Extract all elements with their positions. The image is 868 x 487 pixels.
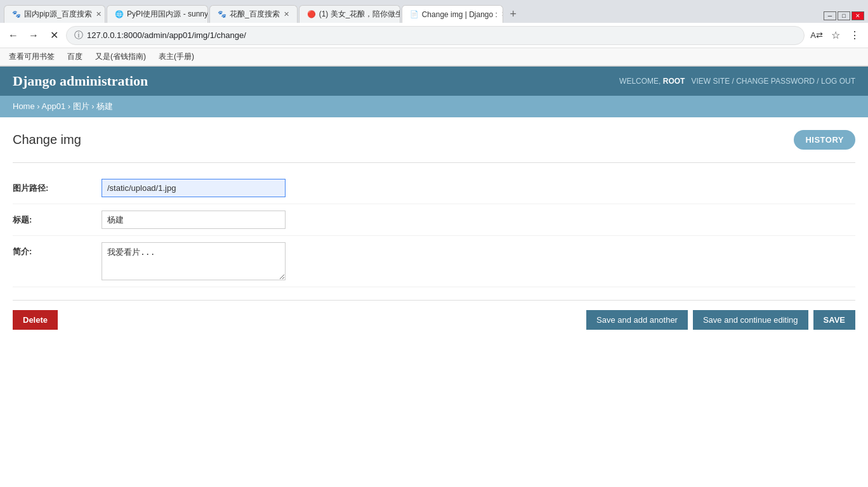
tab-5-close[interactable]: ✕	[501, 10, 503, 18]
main-content: Change img HISTORY 图片路径: 标题: 简介: 我爱看片...…	[0, 117, 868, 434]
username: ROOT	[663, 77, 685, 86]
image-path-label: 图片路径:	[13, 179, 102, 194]
save-button[interactable]: SAVE	[813, 310, 855, 330]
tab-5[interactable]: 📄 Change img | Django : ✕	[402, 5, 503, 23]
image-path-input[interactable]	[102, 179, 286, 197]
description-label: 简介:	[13, 242, 102, 257]
tab-5-favicon: 📄	[410, 10, 419, 18]
bookmark-3[interactable]: 又是(省钱指南)	[91, 50, 150, 63]
title-label: 标题:	[13, 211, 102, 226]
nav-actions: A⇄ ☆ ⋮	[808, 27, 863, 44]
django-header: Django administration WELCOME, ROOT VIEW…	[0, 67, 868, 96]
tab-2[interactable]: 🌐 PyPI使用国内源 - sunny ✕	[107, 5, 208, 23]
close-button[interactable]: ✕	[852, 11, 864, 20]
translate-icon[interactable]: A⇄	[808, 27, 825, 44]
breadcrumb: Home › App01 › 图片 › 杨建	[0, 96, 868, 117]
bookmark-2[interactable]: 百度	[63, 50, 86, 63]
tab-2-label: PyPI使用国内源 - sunny	[127, 9, 208, 20]
browser-chrome: 🐾 国内pip源_百度搜索 ✕ 🌐 PyPI使用国内源 - sunny ✕ 🐾 …	[0, 0, 868, 67]
maximize-button[interactable]: □	[838, 11, 850, 20]
tab-1-favicon: 🐾	[12, 10, 21, 18]
forward-button[interactable]: →	[25, 27, 42, 44]
form-row-image-path: 图片路径:	[13, 172, 855, 204]
welcome-text: WELCOME,	[619, 77, 661, 86]
view-site-link[interactable]: VIEW SITE	[691, 77, 730, 86]
bookmark-icon[interactable]: ☆	[827, 27, 844, 44]
new-tab-button[interactable]: +	[504, 5, 522, 23]
tab-3[interactable]: 🐾 花酿_百度搜索 ✕	[209, 5, 298, 23]
site-title: Django administration	[13, 73, 148, 89]
user-info: WELCOME, ROOT VIEW SITE / CHANGE PASSWOR…	[619, 77, 855, 86]
delete-button[interactable]: Delete	[13, 310, 58, 330]
page-header: Change img HISTORY	[13, 130, 855, 150]
back-button[interactable]: ←	[5, 27, 22, 44]
tab-2-favicon: 🌐	[115, 10, 124, 18]
breadcrumb-app[interactable]: App01	[42, 101, 66, 111]
description-input[interactable]: 我爱看片...	[102, 242, 286, 280]
tab-1[interactable]: 🐾 国内pip源_百度搜索 ✕	[4, 5, 105, 23]
tab-1-label: 国内pip源_百度搜索	[24, 9, 92, 20]
log-out-link[interactable]: LOG OUT	[821, 77, 855, 86]
form-row-title: 标题:	[13, 204, 855, 236]
title-input[interactable]	[102, 211, 286, 229]
breadcrumb-home[interactable]: Home	[13, 101, 35, 111]
form-row-description: 简介: 我爱看片...	[13, 236, 855, 287]
tab-4-label: (1) 美女_花酿，陪你做生	[319, 9, 400, 20]
tab-4-favicon: 🔴	[307, 10, 316, 18]
change-password-link[interactable]: CHANGE PASSWORD	[736, 77, 815, 86]
security-icon: ⓘ	[74, 30, 83, 41]
tab-3-label: 花酿_百度搜索	[230, 9, 280, 20]
tab-3-favicon: 🐾	[218, 10, 227, 18]
settings-icon[interactable]: ⋮	[846, 27, 863, 44]
navigation-bar: ← → ✕ ⓘ 127.0.0.1:8000/admin/app01/img/1…	[0, 23, 868, 48]
minimize-button[interactable]: ─	[824, 11, 836, 20]
bookmark-4[interactable]: 表主(手册)	[155, 50, 198, 63]
change-form: 图片路径: 标题: 简介: 我爱看片...	[13, 162, 855, 287]
submit-row: Delete Save and add another Save and con…	[13, 300, 855, 339]
save-and-add-button[interactable]: Save and add another	[586, 310, 688, 330]
save-and-continue-button[interactable]: Save and continue editing	[693, 310, 808, 330]
refresh-button[interactable]: ✕	[46, 27, 62, 44]
action-buttons: Save and add another Save and continue e…	[586, 310, 855, 330]
tab-3-close[interactable]: ✕	[284, 10, 289, 18]
tab-1-close[interactable]: ✕	[96, 10, 102, 18]
address-text: 127.0.0.1:8000/admin/app01/img/1/change/	[87, 30, 796, 40]
page-title: Change img	[13, 133, 81, 147]
breadcrumb-instance: 杨建	[96, 101, 113, 111]
bookmark-1[interactable]: 查看可用书签	[5, 50, 58, 63]
breadcrumb-model[interactable]: 图片	[73, 101, 89, 111]
tab-4[interactable]: 🔴 (1) 美女_花酿，陪你做生 ✕	[299, 5, 400, 23]
history-button[interactable]: HISTORY	[794, 130, 855, 150]
bookmarks-bar: 查看可用书签 百度 又是(省钱指南) 表主(手册)	[0, 48, 868, 66]
address-bar[interactable]: ⓘ 127.0.0.1:8000/admin/app01/img/1/chang…	[66, 26, 805, 45]
tab-5-label: Change img | Django :	[422, 10, 497, 19]
tab-bar: 🐾 国内pip源_百度搜索 ✕ 🌐 PyPI使用国内源 - sunny ✕ 🐾 …	[0, 0, 868, 23]
